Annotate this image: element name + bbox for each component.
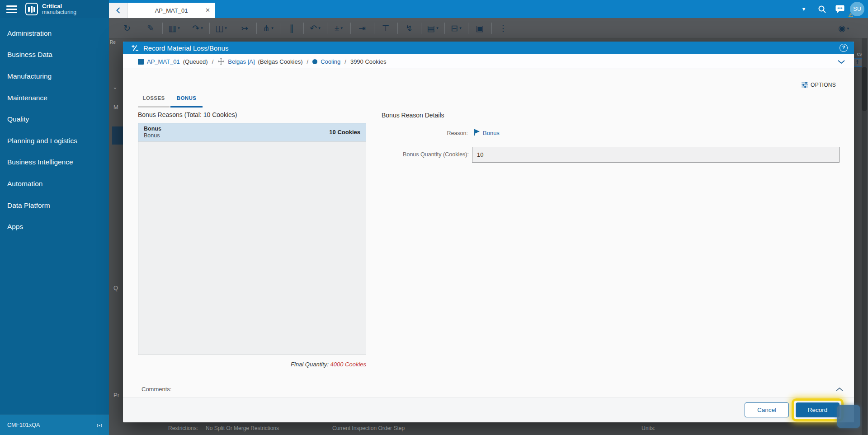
flag-icon [473,129,481,136]
logo-text: Critical manufacturing [42,3,76,15]
print-icon[interactable]: ⊟▾ [444,18,468,38]
hamburger-menu-icon[interactable] [6,5,17,13]
comments-label: Comments: [142,386,171,393]
sidebar-item-business-intelligence[interactable]: Business Intelligence [0,152,109,173]
move-out-icon[interactable]: ⇥ [350,18,374,38]
chevron-left-icon [116,7,120,14]
background-fragment: es [857,51,862,56]
more-icon[interactable]: ⋮ [491,18,515,38]
tab-ap-mat-01[interactable]: AP_MAT_01 ✕ [128,3,215,18]
bonus-reasons-header: Bonus Reasons (Total: 10 Cookies) [138,111,237,118]
bonus-quantity-label: Bonus Quantity (Cookies): [358,151,469,158]
tab-back-button[interactable] [109,3,128,18]
sidebar-item-data-platform[interactable]: Data Platform [0,195,109,216]
top-bar-actions: ▼ SU ⚠ [795,0,868,18]
dialog-header: Record Material Loss/Bonus ? [123,42,854,54]
application-window: Critical manufacturing AP_MAT_01 ✕ ▼ [0,0,868,435]
edit-icon[interactable]: ✎ [139,18,162,38]
global-dropdown-button[interactable]: ▼ [795,0,813,18]
search-icon [818,5,826,14]
cancel-button[interactable]: Cancel [745,402,789,417]
hold-icon[interactable]: ∥ [280,18,303,38]
dialog-title: Record Material Loss/Bonus [143,44,228,52]
sidebar-item-manufacturing[interactable]: Manufacturing [0,65,109,87]
container-icon[interactable]: ⊤ [374,18,397,38]
background-fragment: Q [113,285,118,291]
reason-subtitle: Bonus [144,132,160,139]
record-material-loss-bonus-dialog: Record Material Loss/Bonus ? AP_MAT_01 (… [123,42,854,422]
merge-icon[interactable]: ↣ [233,18,256,38]
run-icon[interactable]: ↯ [397,18,421,38]
reason-field-value[interactable]: Bonus [483,130,500,136]
breadcrumb-material-link[interactable]: AP_MAT_01 [147,58,180,65]
document-icon[interactable]: ▤▾ [421,18,444,38]
critical-manufacturing-logo-icon [25,3,38,15]
tab-close-icon[interactable]: ✕ [205,7,210,14]
sidebar-item-quality[interactable]: Quality [0,108,109,130]
avatar-initials: SU [853,6,861,12]
tab-bonus[interactable]: BONUS [170,95,203,101]
units-label: Units: [642,425,656,431]
sidebar-nav: Administration Business Data Manufacturi… [0,18,109,238]
sidebar-item-administration[interactable]: Administration [0,23,109,44]
bonus-reason-row[interactable]: Bonus Bonus 10 Cookies [138,123,366,142]
refresh-icon[interactable]: ↻ [115,18,139,38]
search-button[interactable] [813,0,831,18]
chat-icon [835,5,844,13]
final-quantity-value: 4000 Cookies [330,361,367,368]
page-scrollbar-thumb[interactable] [862,67,867,111]
bonus-reasons-list: Bonus Bonus 10 Cookies [138,123,366,355]
logbook-icon[interactable]: ▣ [468,18,491,38]
sidebar-item-maintenance[interactable]: Maintenance [0,87,109,109]
tab-label: AP_MAT_01 [155,7,188,14]
warning-icon: ⚠ [848,12,853,18]
breadcrumb-expand-chevron-icon[interactable] [838,60,845,64]
help-icon[interactable]: ? [840,44,848,52]
sidebar-item-planning-and-logistics[interactable]: Planning and Logistics [0,130,109,152]
background-thumbnail [112,126,123,145]
options-button[interactable]: OPTIONS [801,82,836,88]
record-button[interactable]: Record [796,402,840,417]
messages-button[interactable] [831,0,849,18]
top-bar: Critical manufacturing AP_MAT_01 ✕ ▼ [0,0,868,18]
breadcrumb-separator: / [211,58,215,65]
breadcrumb-product-link[interactable]: Belgas [A] [228,58,255,65]
dialog-footer: Cancel Record [123,398,854,422]
product-icon [217,58,225,65]
comments-collapse-chevron-icon[interactable] [836,388,843,391]
caret-down-icon: ▼ [802,6,807,12]
breadcrumb-separator: / [306,58,310,65]
tab-losses[interactable]: LOSSES [138,95,170,101]
sidebar-item-business-data[interactable]: Business Data [0,44,109,66]
tab-losses-underline [138,106,170,108]
reason-quantity: 10 Cookies [329,129,360,136]
sidebar-item-apps[interactable]: Apps [0,216,109,238]
breadcrumb-quantity: 3990 Cookies [350,58,387,65]
reason-field-label: Reason: [382,130,468,136]
breadcrumb-step-link[interactable]: Cooling [321,58,340,65]
split-icon[interactable]: ◫▾ [209,18,233,38]
material-icon [138,59,144,65]
loss-bonus-icon[interactable]: ±▾ [327,18,350,38]
logo-primary: Critical [42,3,76,9]
bonus-quantity-input[interactable] [472,147,840,163]
user-avatar[interactable]: SU ⚠ [850,2,864,16]
background-bottom-strip: Restrictions: No Split Or Merge Restrict… [109,422,868,435]
tab-strip: AP_MAT_01 ✕ [109,3,215,18]
top-bar-brand-area: Critical manufacturing [0,0,109,18]
connectivity-icon [96,422,103,428]
reports-icon[interactable]: ▥▾ [162,18,186,38]
route-icon[interactable]: ⋔▾ [256,18,280,38]
environment-status-bar: CMF101xQA [0,415,109,435]
cursor-highlight-blob [837,405,860,428]
comments-section: Comments: [123,381,854,398]
breadcrumb-material-state: (Queued) [183,58,208,65]
sidebar-item-automation[interactable]: Automation [0,173,109,195]
final-quantity: Final Quantity: 4000 Cookies [138,361,366,368]
breadcrumb-product-desc: (Belgas Cookies) [258,58,303,65]
undo-icon[interactable]: ↶▾ [303,18,327,38]
redo-icon[interactable]: ↷▾ [186,18,209,38]
camera-icon[interactable]: ◉▾ [832,18,855,38]
final-quantity-label: Final Quantity: [291,361,329,368]
background-toolbar-icons: ↻✎▥▾↷▾◫▾↣⋔▾∥↶▾±▾⇥⊤↯▤▾⊟▾▣⋮◉▾ [109,18,868,38]
